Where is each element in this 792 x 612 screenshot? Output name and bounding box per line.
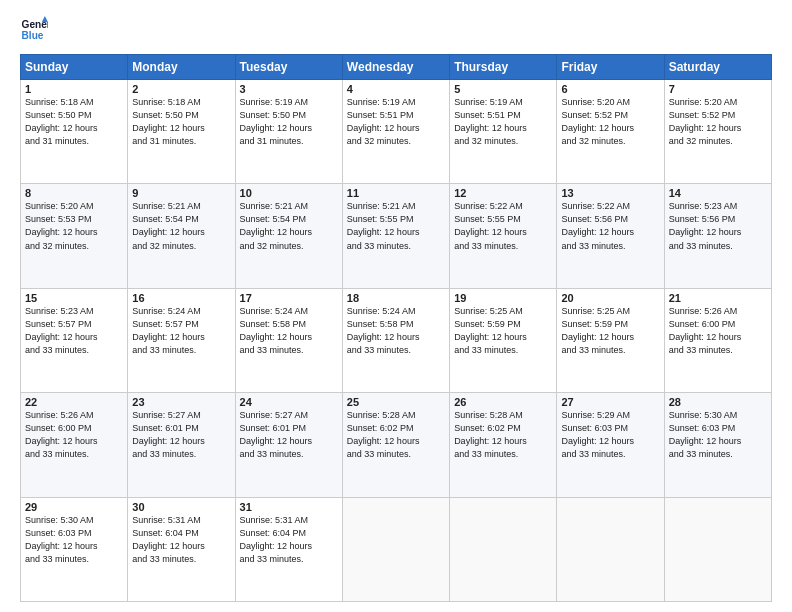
calendar-week-1: 1Sunrise: 5:18 AMSunset: 5:50 PMDaylight… (21, 80, 772, 184)
day-info: Sunrise: 5:26 AMSunset: 6:00 PMDaylight:… (669, 305, 767, 357)
day-number: 6 (561, 83, 659, 95)
day-number: 24 (240, 396, 338, 408)
day-info: Sunrise: 5:19 AMSunset: 5:51 PMDaylight:… (454, 96, 552, 148)
day-info: Sunrise: 5:29 AMSunset: 6:03 PMDaylight:… (561, 409, 659, 461)
calendar-cell: 23Sunrise: 5:27 AMSunset: 6:01 PMDayligh… (128, 393, 235, 497)
day-number: 18 (347, 292, 445, 304)
calendar-cell: 29Sunrise: 5:30 AMSunset: 6:03 PMDayligh… (21, 497, 128, 601)
calendar-week-3: 15Sunrise: 5:23 AMSunset: 5:57 PMDayligh… (21, 288, 772, 392)
day-number: 31 (240, 501, 338, 513)
day-number: 1 (25, 83, 123, 95)
page: General Blue SundayMondayTuesdayWednesda… (0, 0, 792, 612)
day-info: Sunrise: 5:24 AMSunset: 5:57 PMDaylight:… (132, 305, 230, 357)
day-number: 12 (454, 187, 552, 199)
day-number: 2 (132, 83, 230, 95)
day-number: 21 (669, 292, 767, 304)
calendar-cell: 27Sunrise: 5:29 AMSunset: 6:03 PMDayligh… (557, 393, 664, 497)
calendar-week-2: 8Sunrise: 5:20 AMSunset: 5:53 PMDaylight… (21, 184, 772, 288)
calendar-cell: 4Sunrise: 5:19 AMSunset: 5:51 PMDaylight… (342, 80, 449, 184)
calendar-cell: 19Sunrise: 5:25 AMSunset: 5:59 PMDayligh… (450, 288, 557, 392)
day-number: 7 (669, 83, 767, 95)
day-info: Sunrise: 5:23 AMSunset: 5:56 PMDaylight:… (669, 200, 767, 252)
day-number: 20 (561, 292, 659, 304)
day-info: Sunrise: 5:30 AMSunset: 6:03 PMDaylight:… (25, 514, 123, 566)
calendar-cell: 8Sunrise: 5:20 AMSunset: 5:53 PMDaylight… (21, 184, 128, 288)
day-info: Sunrise: 5:20 AMSunset: 5:52 PMDaylight:… (561, 96, 659, 148)
day-number: 26 (454, 396, 552, 408)
day-info: Sunrise: 5:31 AMSunset: 6:04 PMDaylight:… (240, 514, 338, 566)
calendar-week-5: 29Sunrise: 5:30 AMSunset: 6:03 PMDayligh… (21, 497, 772, 601)
calendar-cell: 31Sunrise: 5:31 AMSunset: 6:04 PMDayligh… (235, 497, 342, 601)
calendar-cell: 17Sunrise: 5:24 AMSunset: 5:58 PMDayligh… (235, 288, 342, 392)
day-info: Sunrise: 5:21 AMSunset: 5:54 PMDaylight:… (240, 200, 338, 252)
day-number: 5 (454, 83, 552, 95)
weekday-header-sunday: Sunday (21, 55, 128, 80)
day-number: 14 (669, 187, 767, 199)
day-number: 15 (25, 292, 123, 304)
calendar-cell: 1Sunrise: 5:18 AMSunset: 5:50 PMDaylight… (21, 80, 128, 184)
day-number: 25 (347, 396, 445, 408)
calendar-cell (557, 497, 664, 601)
day-number: 30 (132, 501, 230, 513)
day-number: 3 (240, 83, 338, 95)
day-number: 8 (25, 187, 123, 199)
day-info: Sunrise: 5:31 AMSunset: 6:04 PMDaylight:… (132, 514, 230, 566)
day-number: 13 (561, 187, 659, 199)
day-info: Sunrise: 5:23 AMSunset: 5:57 PMDaylight:… (25, 305, 123, 357)
calendar-cell: 12Sunrise: 5:22 AMSunset: 5:55 PMDayligh… (450, 184, 557, 288)
day-info: Sunrise: 5:24 AMSunset: 5:58 PMDaylight:… (347, 305, 445, 357)
day-info: Sunrise: 5:22 AMSunset: 5:55 PMDaylight:… (454, 200, 552, 252)
day-info: Sunrise: 5:25 AMSunset: 5:59 PMDaylight:… (561, 305, 659, 357)
calendar-cell: 7Sunrise: 5:20 AMSunset: 5:52 PMDaylight… (664, 80, 771, 184)
day-info: Sunrise: 5:28 AMSunset: 6:02 PMDaylight:… (454, 409, 552, 461)
day-number: 22 (25, 396, 123, 408)
calendar-cell: 30Sunrise: 5:31 AMSunset: 6:04 PMDayligh… (128, 497, 235, 601)
day-number: 23 (132, 396, 230, 408)
day-info: Sunrise: 5:25 AMSunset: 5:59 PMDaylight:… (454, 305, 552, 357)
logo-icon: General Blue (20, 16, 48, 44)
calendar-cell (664, 497, 771, 601)
day-info: Sunrise: 5:21 AMSunset: 5:55 PMDaylight:… (347, 200, 445, 252)
calendar-cell (450, 497, 557, 601)
weekday-header-tuesday: Tuesday (235, 55, 342, 80)
logo: General Blue (20, 16, 52, 44)
calendar-cell: 6Sunrise: 5:20 AMSunset: 5:52 PMDaylight… (557, 80, 664, 184)
calendar-cell: 2Sunrise: 5:18 AMSunset: 5:50 PMDaylight… (128, 80, 235, 184)
day-info: Sunrise: 5:28 AMSunset: 6:02 PMDaylight:… (347, 409, 445, 461)
day-number: 11 (347, 187, 445, 199)
day-info: Sunrise: 5:22 AMSunset: 5:56 PMDaylight:… (561, 200, 659, 252)
day-info: Sunrise: 5:18 AMSunset: 5:50 PMDaylight:… (132, 96, 230, 148)
calendar-cell: 13Sunrise: 5:22 AMSunset: 5:56 PMDayligh… (557, 184, 664, 288)
day-info: Sunrise: 5:19 AMSunset: 5:51 PMDaylight:… (347, 96, 445, 148)
weekday-header-thursday: Thursday (450, 55, 557, 80)
day-number: 16 (132, 292, 230, 304)
day-number: 28 (669, 396, 767, 408)
calendar-cell: 22Sunrise: 5:26 AMSunset: 6:00 PMDayligh… (21, 393, 128, 497)
day-info: Sunrise: 5:18 AMSunset: 5:50 PMDaylight:… (25, 96, 123, 148)
svg-text:Blue: Blue (22, 30, 44, 41)
day-number: 27 (561, 396, 659, 408)
calendar-cell: 28Sunrise: 5:30 AMSunset: 6:03 PMDayligh… (664, 393, 771, 497)
day-number: 19 (454, 292, 552, 304)
calendar-cell (342, 497, 449, 601)
day-number: 10 (240, 187, 338, 199)
day-number: 29 (25, 501, 123, 513)
day-info: Sunrise: 5:24 AMSunset: 5:58 PMDaylight:… (240, 305, 338, 357)
day-number: 9 (132, 187, 230, 199)
day-number: 17 (240, 292, 338, 304)
calendar-cell: 18Sunrise: 5:24 AMSunset: 5:58 PMDayligh… (342, 288, 449, 392)
calendar-cell: 11Sunrise: 5:21 AMSunset: 5:55 PMDayligh… (342, 184, 449, 288)
header: General Blue (20, 16, 772, 44)
calendar-table: SundayMondayTuesdayWednesdayThursdayFrid… (20, 54, 772, 602)
day-info: Sunrise: 5:30 AMSunset: 6:03 PMDaylight:… (669, 409, 767, 461)
day-info: Sunrise: 5:21 AMSunset: 5:54 PMDaylight:… (132, 200, 230, 252)
calendar-cell: 26Sunrise: 5:28 AMSunset: 6:02 PMDayligh… (450, 393, 557, 497)
calendar-cell: 24Sunrise: 5:27 AMSunset: 6:01 PMDayligh… (235, 393, 342, 497)
calendar-cell: 9Sunrise: 5:21 AMSunset: 5:54 PMDaylight… (128, 184, 235, 288)
weekday-header-friday: Friday (557, 55, 664, 80)
weekday-header-wednesday: Wednesday (342, 55, 449, 80)
calendar-cell: 15Sunrise: 5:23 AMSunset: 5:57 PMDayligh… (21, 288, 128, 392)
calendar-cell: 21Sunrise: 5:26 AMSunset: 6:00 PMDayligh… (664, 288, 771, 392)
weekday-header-saturday: Saturday (664, 55, 771, 80)
calendar-cell: 20Sunrise: 5:25 AMSunset: 5:59 PMDayligh… (557, 288, 664, 392)
